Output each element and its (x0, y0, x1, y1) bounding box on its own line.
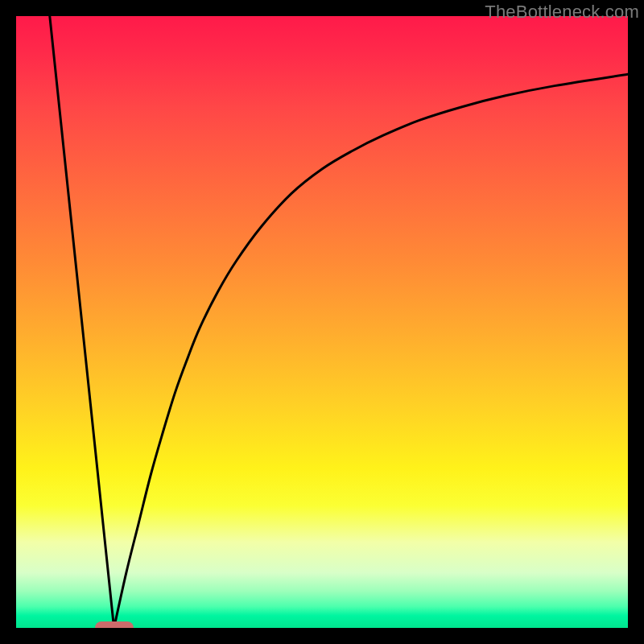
curve-layer (16, 16, 628, 628)
optimum-marker (95, 621, 134, 628)
chart-frame: TheBottleneck.com (0, 0, 644, 644)
watermark-text: TheBottleneck.com (485, 2, 639, 23)
plot-area (16, 16, 628, 628)
right-curve-path (114, 74, 628, 628)
left-line-path (50, 16, 114, 628)
